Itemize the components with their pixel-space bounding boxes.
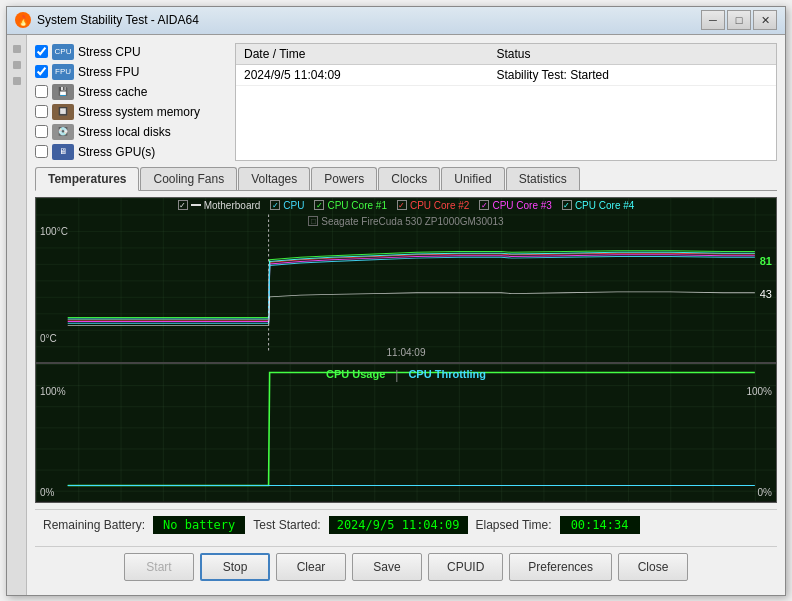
status-value-cell: Stability Test: Started xyxy=(488,64,776,85)
cpu-y-max: 100% xyxy=(40,386,66,397)
title-bar: 🔥 System Stability Test - AIDA64 ─ □ ✕ xyxy=(7,7,785,35)
stress-fpu-row: FPU Stress FPU xyxy=(35,63,225,81)
legend-core1: ✓ CPU Core #1 xyxy=(314,200,386,211)
stress-fpu-checkbox[interactable] xyxy=(35,65,48,78)
legend-core3: ✓ CPU Core #3 xyxy=(479,200,551,211)
stop-button[interactable]: Stop xyxy=(200,553,270,581)
sidebar-dot xyxy=(13,45,21,53)
stress-gpu-label: Stress GPU(s) xyxy=(78,145,155,159)
stress-options-panel: CPU Stress CPU FPU Stress FPU 💾 Stress c… xyxy=(35,43,225,161)
legend-core2: ✓ CPU Core #2 xyxy=(397,200,469,211)
stress-gpu-checkbox[interactable] xyxy=(35,145,48,158)
start-button[interactable]: Start xyxy=(124,553,194,581)
stress-disk-label: Stress local disks xyxy=(78,125,171,139)
left-sidebar xyxy=(7,35,27,595)
cpuid-button[interactable]: CPUID xyxy=(428,553,503,581)
cpu-chart-svg xyxy=(36,364,776,501)
test-started-value: 2024/9/5 11:04:09 xyxy=(329,516,468,534)
app-icon: 🔥 xyxy=(15,12,31,28)
action-buttons: Start Stop Clear Save CPUID Preferences … xyxy=(35,546,777,587)
status-row: 2024/9/5 11:04:09 Stability Test: Starte… xyxy=(236,64,776,85)
temperature-chart: ✓ Motherboard ✓ CPU ✓ CPU Core #1 xyxy=(36,198,776,365)
legend-seagate: □ Seagate FireCuda 530 ZP1000GM30013 xyxy=(308,216,503,227)
status-header: Status xyxy=(488,44,776,65)
stress-disk-checkbox[interactable] xyxy=(35,125,48,138)
stress-fpu-label: Stress FPU xyxy=(78,65,139,79)
temp-value-43: 43 xyxy=(760,288,772,300)
legend-motherboard: ✓ Motherboard xyxy=(178,200,261,211)
cpu-usage-label: CPU Usage xyxy=(326,368,385,382)
stress-cpu-label: Stress CPU xyxy=(78,45,141,59)
stress-cache-checkbox[interactable] xyxy=(35,85,48,98)
tab-powers[interactable]: Powers xyxy=(311,167,377,190)
stress-mem-label: Stress system memory xyxy=(78,105,200,119)
tab-unified[interactable]: Unified xyxy=(441,167,504,190)
datetime-value: 2024/9/5 11:04:09 xyxy=(236,64,488,85)
test-started-label: Test Started: xyxy=(253,518,320,532)
stress-cache-label: Stress cache xyxy=(78,85,147,99)
window-controls: ─ □ ✕ xyxy=(701,10,777,30)
status-table: Date / Time Status 2024/9/5 11:04:09 Sta… xyxy=(235,43,777,161)
minimize-button[interactable]: ─ xyxy=(701,10,725,30)
temp-value-81: 81 xyxy=(760,255,772,267)
datetime-header: Date / Time xyxy=(236,44,488,65)
charts-area: ✓ Motherboard ✓ CPU ✓ CPU Core #1 xyxy=(35,197,777,503)
close-window-button[interactable]: ✕ xyxy=(753,10,777,30)
elapsed-value: 00:14:34 xyxy=(560,516,640,534)
battery-value: No battery xyxy=(153,516,245,534)
window-title: System Stability Test - AIDA64 xyxy=(37,13,701,27)
memory-icon: 🔲 xyxy=(52,104,74,120)
sidebar-dot xyxy=(13,77,21,85)
disk-icon: 💽 xyxy=(52,124,74,140)
close-button[interactable]: Close xyxy=(618,553,688,581)
cpu-throttle-label: CPU Throttling xyxy=(408,368,486,382)
gpu-icon: 🖥 xyxy=(52,144,74,160)
legend-core4: ✓ CPU Core #4 xyxy=(562,200,634,211)
stress-gpu-row: 🖥 Stress GPU(s) xyxy=(35,143,225,161)
cpu-right-min: 0% xyxy=(758,487,772,498)
clear-button[interactable]: Clear xyxy=(276,553,346,581)
bottom-status-bar: Remaining Battery: No battery Test Start… xyxy=(35,509,777,540)
maximize-button[interactable]: □ xyxy=(727,10,751,30)
temp-y-max: 100°C xyxy=(40,226,68,237)
tab-statistics[interactable]: Statistics xyxy=(506,167,580,190)
stress-cpu-checkbox[interactable] xyxy=(35,45,48,58)
cpu-usage-chart: CPU Usage | CPU Throttling 100% 0% 100% … xyxy=(36,364,776,501)
temp-chart-legend-2: □ Seagate FireCuda 530 ZP1000GM30013 xyxy=(36,216,776,227)
elapsed-label: Elapsed Time: xyxy=(476,518,552,532)
battery-label: Remaining Battery: xyxy=(43,518,145,532)
main-window: 🔥 System Stability Test - AIDA64 ─ □ ✕ C… xyxy=(6,6,786,596)
tab-temperatures[interactable]: Temperatures xyxy=(35,167,139,191)
temp-y-min: 0°C xyxy=(40,333,57,344)
cpu-y-min: 0% xyxy=(40,487,54,498)
top-section: CPU Stress CPU FPU Stress FPU 💾 Stress c… xyxy=(35,43,777,161)
cpu-chart-legend: CPU Usage | CPU Throttling xyxy=(36,368,776,382)
legend-cpu: ✓ CPU xyxy=(270,200,304,211)
tabs-section: Temperatures Cooling Fans Voltages Power… xyxy=(35,167,777,191)
sidebar-dot xyxy=(13,61,21,69)
tab-cooling-fans[interactable]: Cooling Fans xyxy=(140,167,237,190)
stress-mem-row: 🔲 Stress system memory xyxy=(35,103,225,121)
tab-clocks[interactable]: Clocks xyxy=(378,167,440,190)
tab-bar: Temperatures Cooling Fans Voltages Power… xyxy=(35,167,777,191)
main-content: CPU Stress CPU FPU Stress FPU 💾 Stress c… xyxy=(27,35,785,595)
tab-voltages[interactable]: Voltages xyxy=(238,167,310,190)
cpu-right-max: 100% xyxy=(746,386,772,397)
cpu-icon: CPU xyxy=(52,44,74,60)
stress-disk-row: 💽 Stress local disks xyxy=(35,123,225,141)
fpu-icon: FPU xyxy=(52,64,74,80)
temp-chart-legend: ✓ Motherboard ✓ CPU ✓ CPU Core #1 xyxy=(36,200,776,211)
save-button[interactable]: Save xyxy=(352,553,422,581)
stress-cache-row: 💾 Stress cache xyxy=(35,83,225,101)
cache-icon: 💾 xyxy=(52,84,74,100)
temp-x-label: 11:04:09 xyxy=(387,347,426,358)
svg-rect-4 xyxy=(36,364,776,501)
stress-mem-checkbox[interactable] xyxy=(35,105,48,118)
preferences-button[interactable]: Preferences xyxy=(509,553,612,581)
content-area: CPU Stress CPU FPU Stress FPU 💾 Stress c… xyxy=(7,35,785,595)
stress-cpu-row: CPU Stress CPU xyxy=(35,43,225,61)
